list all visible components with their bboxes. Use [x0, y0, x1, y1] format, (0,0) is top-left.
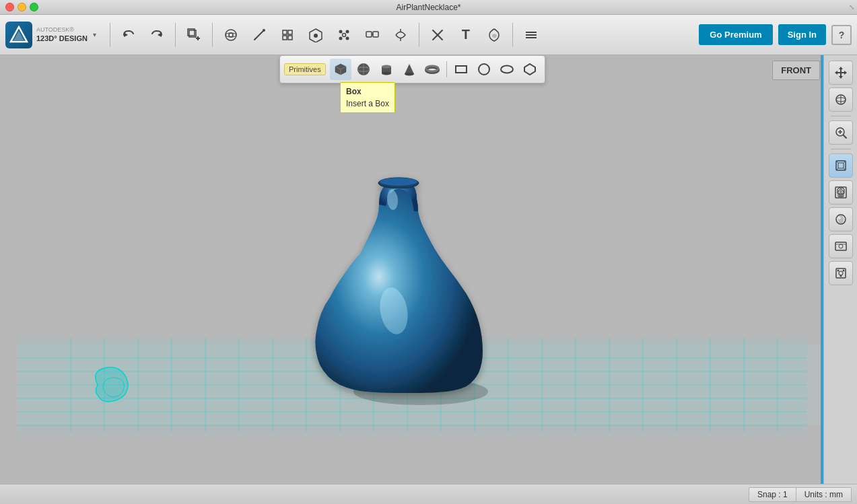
sketch-rectangle-button[interactable]: [450, 59, 472, 80]
text-button[interactable]: T: [453, 22, 479, 48]
undo-button[interactable]: [116, 22, 141, 48]
statusbar: Snap : 1 Units : mm: [0, 484, 857, 504]
right-divider-1: [831, 116, 851, 116]
display-mode-button[interactable]: [829, 207, 853, 231]
material-button[interactable]: [481, 22, 507, 48]
prim-divider: [446, 61, 447, 77]
svg-rect-24: [373, 32, 378, 37]
pattern-button[interactable]: [331, 22, 357, 48]
svg-marker-116: [524, 64, 535, 75]
premium-button[interactable]: Go Premium: [699, 24, 772, 45]
construct-button[interactable]: [275, 22, 300, 48]
construct-icon: [280, 28, 295, 42]
svg-point-99: [837, 270, 839, 272]
pattern-icon: [337, 28, 351, 42]
modify-button[interactable]: [303, 22, 329, 48]
sketch-polygon-button[interactable]: [519, 59, 541, 80]
svg-point-9: [229, 33, 233, 37]
maximize-button[interactable]: [30, 3, 38, 11]
svg-marker-72: [839, 76, 843, 79]
snap-value: Snap : 1: [749, 487, 796, 502]
units-value[interactable]: Units : mm: [796, 487, 852, 502]
sketch-ellipse-button[interactable]: [496, 59, 518, 80]
svg-point-107: [382, 65, 391, 69]
snap-button[interactable]: [388, 22, 413, 48]
svg-point-20: [339, 36, 342, 40]
logo-dropdown-icon[interactable]: ▾: [93, 31, 96, 38]
window-buttons[interactable]: [5, 3, 38, 11]
svg-point-110: [405, 73, 414, 76]
primitive-cylinder-button[interactable]: [376, 59, 397, 80]
svg-rect-12: [283, 30, 287, 34]
tooltip: Box Insert a Box: [340, 82, 395, 113]
group-button[interactable]: [359, 22, 385, 48]
home-view-icon: [834, 186, 848, 199]
divider-1: [110, 23, 110, 47]
render-icon: [834, 240, 848, 253]
polygon-sketch-icon: [522, 62, 537, 77]
home-view-button[interactable]: [829, 180, 853, 205]
svg-point-11: [263, 29, 265, 32]
svg-rect-113: [456, 66, 467, 73]
layers-icon: [524, 28, 539, 42]
svg-point-21: [345, 36, 349, 40]
sketch-circle-button[interactable]: [473, 59, 495, 80]
svg-marker-73: [835, 71, 837, 75]
zoom-button[interactable]: [829, 120, 853, 145]
redo-icon: [149, 28, 164, 42]
layers-button[interactable]: [518, 22, 544, 48]
right-divider-2: [831, 149, 851, 149]
view-label: FRONT: [772, 61, 820, 80]
transform-button[interactable]: [218, 22, 244, 48]
export-button[interactable]: [829, 261, 853, 285]
primitive-sphere-button[interactable]: [353, 59, 374, 80]
svg-point-10: [226, 33, 236, 37]
help-button[interactable]: ?: [831, 25, 852, 45]
titlebar: AirPlantNecklace* ⤡: [0, 0, 857, 15]
right-edge-accent: [821, 55, 823, 504]
render-settings-button[interactable]: [829, 234, 853, 258]
material-icon: [487, 28, 502, 42]
svg-point-114: [479, 64, 489, 75]
display-mode-icon: [834, 213, 848, 226]
svg-point-8: [226, 30, 236, 40]
torus-prim-icon: [424, 61, 440, 77]
text-icon: T: [462, 27, 470, 42]
minimize-button[interactable]: [18, 3, 26, 11]
circle-sketch-icon: [477, 62, 491, 77]
svg-marker-2: [124, 32, 128, 37]
logo-area[interactable]: AUTODESK® 123D° DESIGN ▾: [5, 22, 96, 48]
pan-button[interactable]: [829, 61, 853, 85]
boolean-icon: [430, 28, 445, 42]
svg-line-79: [844, 135, 846, 138]
autodesk-logo-svg: [9, 26, 28, 44]
undo-icon: [121, 28, 136, 42]
redo-button[interactable]: [144, 22, 170, 48]
primitive-torus-button[interactable]: [421, 59, 443, 80]
svg-rect-83: [838, 163, 844, 168]
sphere-prim-icon: [355, 61, 372, 77]
right-panel: [823, 55, 857, 504]
divider-4: [419, 23, 419, 47]
sketch-button[interactable]: [246, 22, 272, 48]
transform-icon: [223, 27, 239, 43]
boolean-button[interactable]: [425, 22, 450, 48]
viewport-svg: [0, 55, 857, 504]
fit-view-button[interactable]: [829, 153, 853, 178]
signin-button[interactable]: Sign In: [778, 24, 826, 45]
viewport[interactable]: FRONT: [0, 55, 857, 504]
svg-point-98: [839, 271, 843, 275]
svg-rect-15: [288, 36, 292, 40]
orbit-button[interactable]: [829, 87, 853, 112]
svg-marker-71: [839, 67, 843, 69]
primitive-cone-button[interactable]: [399, 59, 420, 80]
svg-point-22: [342, 33, 345, 36]
resize-icon: ⤡: [849, 3, 854, 11]
add-shapes-button[interactable]: [181, 22, 207, 48]
tooltip-title: Box: [346, 85, 389, 98]
close-button[interactable]: [5, 3, 14, 11]
brand-name: AUTODESK®: [36, 26, 88, 34]
primitive-box-button[interactable]: [330, 59, 351, 80]
divider-5: [512, 23, 513, 47]
export-icon: [834, 266, 848, 280]
